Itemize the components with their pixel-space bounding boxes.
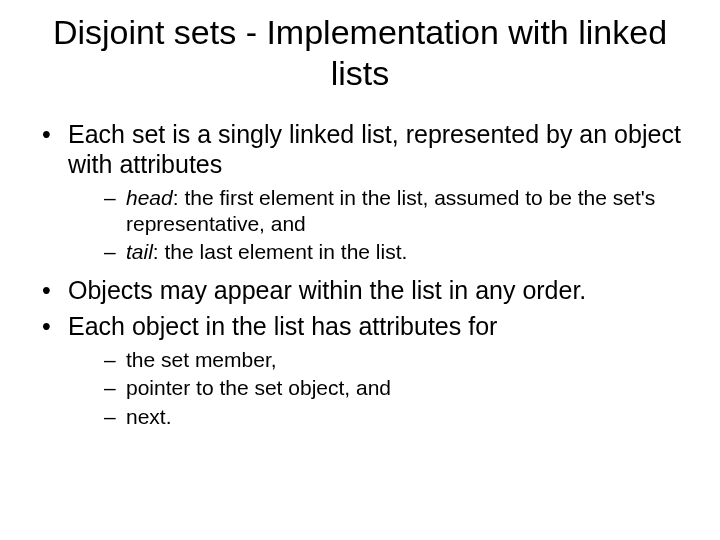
list-item: Each object in the list has attributes f…: [36, 311, 684, 430]
sub-item-text: : the last element in the list.: [153, 240, 407, 263]
list-item: Each set is a singly linked list, repres…: [36, 119, 684, 265]
bullet-text: Objects may appear within the list in an…: [68, 276, 586, 304]
sub-item: head: the first element in the list, ass…: [104, 185, 684, 236]
sub-item-text: pointer to the set object, and: [126, 376, 391, 399]
sub-item-text: next.: [126, 405, 172, 428]
sub-item-emph: head: [126, 186, 173, 209]
sub-item: next.: [104, 404, 684, 430]
sub-item-text: : the first element in the list, assumed…: [126, 186, 655, 235]
sub-item: pointer to the set object, and: [104, 375, 684, 401]
bullet-text: Each object in the list has attributes f…: [68, 312, 497, 340]
sub-list: the set member, pointer to the set objec…: [68, 347, 684, 430]
sub-item-text: the set member,: [126, 348, 277, 371]
slide-title: Disjoint sets - Implementation with link…: [36, 12, 684, 95]
bullet-text: Each set is a singly linked list, repres…: [68, 120, 681, 178]
sub-list: head: the first element in the list, ass…: [68, 185, 684, 265]
sub-item: tail: the last element in the list.: [104, 239, 684, 265]
slide: { "title": "Disjoint sets - Implementati…: [0, 0, 720, 540]
sub-item-emph: tail: [126, 240, 153, 263]
sub-item: the set member,: [104, 347, 684, 373]
bullet-list: Each set is a singly linked list, repres…: [36, 119, 684, 430]
list-item: Objects may appear within the list in an…: [36, 275, 684, 305]
